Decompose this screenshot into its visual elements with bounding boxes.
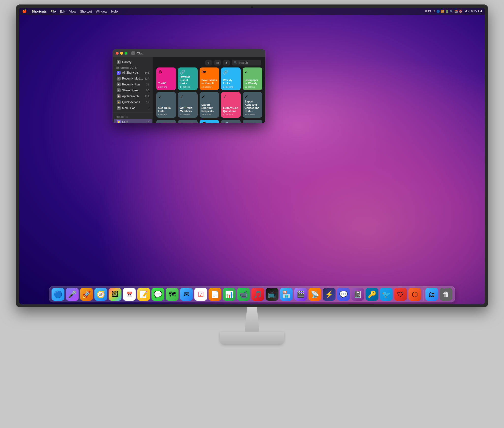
- dock-twitter[interactable]: 🐦: [380, 288, 393, 301]
- list-view-button[interactable]: ≡: [223, 60, 230, 66]
- dock-onenote[interactable]: 📓: [351, 288, 364, 301]
- window-title-text: Club: [137, 51, 143, 55]
- imac-stand: [220, 307, 284, 352]
- close-button[interactable]: [116, 52, 119, 55]
- main-content: + ⊞ ≡ 🔍 Search ♻: [153, 57, 265, 123]
- sidebar-item-gallery[interactable]: ⊞ Gallery: [114, 59, 152, 65]
- reverse-links-title: Reverse List of Links: [180, 75, 196, 85]
- stand-neck: [240, 307, 264, 332]
- dock-clips[interactable]: 🎬: [294, 288, 307, 301]
- add-shortcut-button[interactable]: +: [205, 60, 212, 66]
- dock-trash[interactable]: 🗑: [440, 288, 453, 301]
- dock-calendar[interactable]: 📅: [123, 288, 136, 301]
- dock-safari[interactable]: 🧭: [94, 288, 107, 301]
- menu-file[interactable]: File: [51, 10, 56, 13]
- search-box[interactable]: 🔍 Search: [232, 60, 261, 66]
- dock-finder[interactable]: 🔵: [52, 288, 64, 301]
- menu-help[interactable]: Help: [111, 10, 118, 13]
- shortcut-card-export-qa[interactable]: ✓ Export Q&A Questions 42 actions: [221, 92, 241, 118]
- sidebar-item-all-shortcuts[interactable]: ⌘ All Shortcuts 343: [114, 70, 152, 76]
- maximize-button[interactable]: [125, 52, 127, 55]
- dock-facetime[interactable]: 📹: [237, 288, 250, 301]
- quick-actions-icon: ⚡: [117, 100, 121, 104]
- dock-homerow[interactable]: ⬡: [409, 288, 421, 301]
- dock-mail[interactable]: ✉: [180, 288, 193, 301]
- share-sheet-label: Share Sheet: [122, 89, 145, 92]
- shortcut-card-app-debuts[interactable]: 📱 App Debuts 41 actions: [200, 120, 219, 123]
- dock-tv[interactable]: 📺: [266, 288, 279, 301]
- gallery-label: Gallery: [122, 60, 149, 64]
- shortcut-card-instapaper[interactable]: ✓ Instapaper → Weekly 13 actions: [243, 67, 262, 90]
- share-sheet-count: 98: [146, 89, 149, 92]
- sidebar-divider: [113, 113, 153, 113]
- dock-appstore[interactable]: 🏪: [280, 288, 293, 301]
- recently-run-label: Recently Run: [122, 83, 145, 86]
- dock-messages[interactable]: 💬: [152, 288, 164, 301]
- shortcut-card-get-lists[interactable]: ✓ Get Trello Lists 6 actions: [156, 92, 176, 118]
- dock-maps[interactable]: 🗺: [166, 288, 179, 301]
- shortcut-card-weekly-links-2[interactable]: 🔗 Weekly Links ✏ 41 actions: [221, 120, 241, 123]
- recently-run-icon: ▶: [117, 82, 121, 86]
- menu-window[interactable]: Window: [96, 10, 107, 13]
- shortcut-card-reverse-links[interactable]: 🔗 Reverse List of Links 14 actions: [178, 67, 198, 90]
- menu-bar-count: 8: [148, 107, 149, 110]
- shortcut-card-app-favorite[interactable]: ✓ App to Favorite 24 actions: [178, 120, 198, 123]
- dock-siri[interactable]: 🎤: [66, 288, 79, 301]
- sidebar-item-recently-run[interactable]: ▶ Recently Run 31: [114, 82, 152, 87]
- dock-discord[interactable]: 💬: [337, 288, 350, 301]
- menu-edit[interactable]: Edit: [60, 10, 65, 13]
- trst00-icon: ♻: [158, 69, 174, 75]
- trst00-subtitle: 2 actions: [158, 86, 174, 88]
- apple-menu[interactable]: 🍎: [22, 9, 27, 14]
- dock-notes[interactable]: 📝: [137, 288, 150, 301]
- export-requests-icon: ✓: [202, 94, 217, 99]
- sidebar-item-share-sheet[interactable]: ⬆ Share Sheet 98: [114, 87, 152, 93]
- dock-files[interactable]: 🗂: [425, 288, 438, 301]
- screen: 🍎 Shortcuts File Edit View Shortcut Wind…: [19, 8, 485, 304]
- dock-launchpad[interactable]: 🚀: [80, 288, 93, 301]
- menu-view[interactable]: View: [69, 10, 76, 13]
- menu-shortcut[interactable]: Shortcut: [80, 10, 92, 13]
- minimize-button[interactable]: [120, 52, 123, 55]
- menubar: 🍎 Shortcuts File Edit View Shortcut Wind…: [19, 8, 485, 15]
- search-placeholder: Search: [238, 61, 248, 65]
- shortcut-card-weekly-links[interactable]: 🔗 Weekly Links 14 actions: [221, 67, 241, 90]
- stand-base: [220, 332, 284, 344]
- dock-pages[interactable]: 📄: [209, 288, 221, 301]
- dock: 🔵 🎤 🚀 🧭 🖼 📅 📝 💬 🗺 ✉ ☑ 📄 📊 📹 🎵 📺: [49, 286, 455, 302]
- dock-shortcuts[interactable]: ⚡: [323, 288, 336, 301]
- dock-numbers[interactable]: 📊: [223, 288, 236, 301]
- shortcut-card-export-apps[interactable]: ✓ Export Apps and Collections to iA... 3…: [243, 92, 262, 118]
- sidebar-item-menu-bar[interactable]: ☰ Menu Bar 8: [114, 105, 152, 111]
- shortcut-card-trst00[interactable]: ♻ Trst00 2 actions: [156, 67, 176, 90]
- dock-reminders[interactable]: ☑: [194, 288, 207, 301]
- export-apps-icon: ✓: [245, 94, 260, 99]
- window-title-icon: ⌂: [131, 51, 135, 55]
- app-favorite-icon: ✓: [180, 122, 196, 123]
- instapaper-title: Instapaper → Weekly: [245, 79, 260, 85]
- shortcut-card-export-requests[interactable]: ✓ Export Shortcut Requests 39 actions: [200, 92, 219, 118]
- export-icons-icon: ✓: [245, 122, 260, 123]
- shortcut-card-save-issues[interactable]: 🛍 Save Issues to Keep It 14 actions: [200, 67, 219, 90]
- dock-photos[interactable]: 🖼: [109, 288, 122, 301]
- sidebar: ⊞ Gallery My Shortcuts ⌘ All Shortcuts 3…: [113, 57, 153, 123]
- shortcut-card-export-icons[interactable]: ✓ Export Club App Icons (New) 13 actions: [243, 120, 262, 123]
- grid-view-button[interactable]: ⊞: [214, 60, 221, 66]
- apple-watch-label: Apple Watch: [122, 95, 143, 98]
- shortcut-card-app-collections[interactable]: ✓ App to Collections 47 actions: [156, 120, 176, 123]
- sidebar-item-club[interactable]: 📁 Club 17: [114, 119, 152, 123]
- reverse-links-icon: 🔗: [180, 69, 196, 75]
- sidebar-item-recently-modified[interactable]: ⏱ Recently Modified 324: [114, 76, 152, 82]
- all-shortcuts-icon: ⌘: [117, 71, 121, 75]
- recently-modified-label: Recently Modified: [122, 77, 143, 80]
- dock-1blocker[interactable]: 🛡: [394, 288, 407, 301]
- dock-music[interactable]: 🎵: [252, 288, 264, 301]
- dock-1pass[interactable]: 🔑: [366, 288, 378, 301]
- dock-rss[interactable]: 📡: [309, 288, 321, 301]
- menubar-icons: ⬆ 🔵 📶 🔋 🔍 📅 ⏰: [433, 10, 462, 13]
- shortcut-card-get-members[interactable]: ✓ Get Trello Members 22 actions: [178, 92, 198, 118]
- sidebar-item-apple-watch[interactable]: ⌚ Apple Watch 219: [114, 93, 152, 99]
- menu-bar-label: Menu Bar: [122, 106, 146, 110]
- sidebar-item-quick-actions[interactable]: ⚡ Quick Actions 12: [114, 99, 152, 105]
- menubar-right: 0:19 ⬆ 🔵 📶 🔋 🔍 📅 ⏰ Mon 6:35 AM: [425, 10, 482, 13]
